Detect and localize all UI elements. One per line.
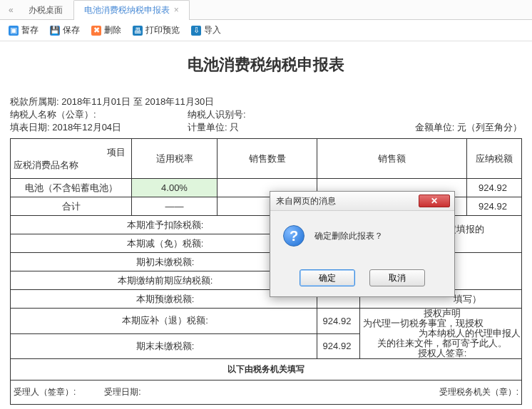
th-amt: 销售额 (317, 139, 467, 179)
delete-label: 删除 (104, 24, 121, 36)
tab-desktop[interactable]: 办税桌面 (18, 0, 73, 20)
cell-rate[interactable]: 4.00% (132, 179, 218, 197)
print-icon: 🖶 (133, 26, 143, 36)
th-name: 项目 应税消费品名称 (11, 139, 132, 179)
tab-label: 办税桌面 (29, 4, 63, 16)
question-icon: ? (283, 225, 305, 247)
tab-scroll-left[interactable]: « (4, 5, 18, 15)
sign-authority: 受理税务机关（章）: (439, 386, 518, 398)
tab-bar: « 办税桌面 电池消费税纳税申报表 × (0, 0, 532, 20)
delete-button[interactable]: ✖ 删除 (91, 24, 121, 36)
auth-note: 授权声明 为代理一切税务事宜，现授权 （地址） 为本纳税人的代理申报人，任何与本… (360, 309, 522, 359)
unit-label: 计量单位: (188, 122, 227, 133)
tab-battery-tax-form[interactable]: 电池消费税纳税申报表 × (73, 0, 190, 20)
confirm-dialog: 来自网页的消息 ✕ ? 确定删除此报表？ 确定 取消 (270, 191, 455, 297)
cell-tax: 924.92 (467, 197, 522, 216)
fill-date-label: 填表日期: (10, 122, 50, 133)
pause-label: 暂存 (21, 24, 39, 36)
sign-date: 受理日期: (104, 386, 140, 398)
ok-button[interactable]: 确定 (300, 269, 355, 286)
th-qty: 销售数量 (218, 139, 317, 179)
close-icon[interactable]: × (174, 5, 179, 15)
taxpayer-id-label: 纳税人识别号: (188, 109, 246, 120)
period-label: 税款所属期: (10, 96, 59, 107)
print-label: 打印预览 (145, 24, 180, 36)
period-value: 2018年11月01日 至 2018年11月30日 (61, 96, 214, 107)
save-button[interactable]: 💾 保存 (50, 24, 80, 36)
cell-rate: —— (132, 197, 218, 216)
cell-name: 电池（不含铅蓄电池） (11, 179, 132, 197)
footer-line: 以下由税务机关填写 (10, 359, 522, 380)
import-label: 导入 (204, 24, 221, 36)
tab-label: 电池消费税纳税申报表 (84, 4, 170, 16)
meta-block: 税款所属期: 2018年11月01日 至 2018年11月30日 纳税人名称（公… (10, 95, 522, 134)
page-title: 电池消费税纳税申报表 (10, 54, 522, 76)
pause-icon: ▣ (9, 26, 19, 36)
delete-icon: ✖ (91, 26, 101, 36)
sign-row: 受理人（签章）: 受理日期: 受理税务机关（章）: (10, 380, 522, 405)
row-end-unpaid: 期末未缴税额: (11, 333, 317, 359)
cell-tax: 924.92 (467, 179, 522, 197)
cell-name: 合计 (11, 197, 132, 216)
dialog-close-button[interactable]: ✕ (419, 195, 450, 207)
cancel-button[interactable]: 取消 (369, 269, 425, 286)
sign-person: 受理人（签章）: (14, 386, 76, 398)
pause-button[interactable]: ▣ 暂存 (9, 24, 39, 36)
row-refund: 本期应补（退）税额: (11, 309, 317, 334)
print-preview-button[interactable]: 🖶 打印预览 (133, 24, 180, 36)
fill-date-value: 2018年12月04日 (52, 122, 121, 133)
toolbar: ▣ 暂存 💾 保存 ✖ 删除 🖶 打印预览 ⇩ 导入 (0, 20, 532, 41)
import-button[interactable]: ⇩ 导入 (191, 24, 221, 36)
money-unit-value: 元（列至角分） (457, 122, 522, 133)
dialog-titlebar[interactable]: 来自网页的消息 ✕ (270, 192, 454, 211)
import-icon: ⇩ (191, 26, 201, 36)
save-icon: 💾 (50, 26, 60, 36)
money-unit-label: 金额单位: (415, 122, 455, 133)
th-tax: 应纳税额 (467, 139, 522, 179)
taxpayer-name-label: 纳税人名称（公章）: (10, 109, 96, 120)
dialog-message: 确定删除此报表？ (314, 230, 383, 242)
cell-end-unpaid: 924.92 (317, 333, 360, 359)
th-rate: 适用税率 (132, 139, 218, 179)
cell-refund: 924.92 (317, 309, 360, 334)
dialog-title: 来自网页的消息 (276, 195, 336, 207)
save-label: 保存 (63, 24, 80, 36)
unit-value: 只 (230, 122, 239, 133)
